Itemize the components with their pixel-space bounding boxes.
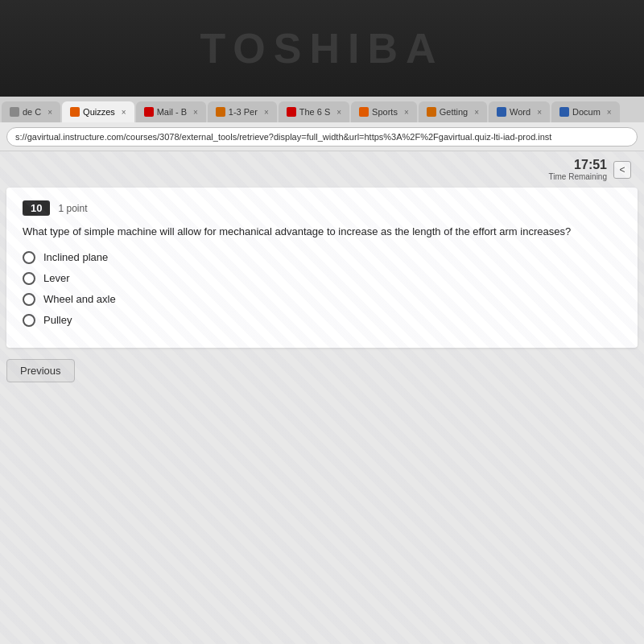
tab-quizzes[interactable]: Quizzes × xyxy=(62,101,134,122)
answer-option-d[interactable]: Pulley xyxy=(23,314,621,327)
tab-favicon-quizzes xyxy=(70,107,80,117)
tab-label-1-3per: 1-3 Per xyxy=(229,107,258,117)
question-header: 10 1 point xyxy=(23,200,621,216)
radio-c[interactable] xyxy=(23,293,35,306)
tab-1-3per[interactable]: 1-3 Per × xyxy=(208,101,277,122)
question-number: 10 xyxy=(23,200,50,216)
tab-mail[interactable]: Mail - B × xyxy=(136,101,206,122)
answer-text-b: Lever xyxy=(43,272,70,284)
timer-label: Time Remaining xyxy=(549,172,607,181)
address-input[interactable]: s://gavirtual.instructure.com/courses/30… xyxy=(6,127,638,147)
tab-close-1-3per[interactable]: × xyxy=(264,108,269,117)
laptop-top-bezel: TOSHIBA xyxy=(0,0,644,97)
tab-close-quizzes[interactable]: × xyxy=(122,108,126,117)
question-points: 1 point xyxy=(58,203,87,214)
tab-getting[interactable]: Getting × xyxy=(419,101,487,122)
radio-a[interactable] xyxy=(23,251,35,264)
tab-code[interactable]: de C × xyxy=(2,101,60,122)
answer-option-b[interactable]: Lever xyxy=(23,272,621,285)
tab-close-sports[interactable]: × xyxy=(404,108,409,117)
tab-label-sports: Sports xyxy=(372,107,398,117)
answer-option-a[interactable]: Inclined plane xyxy=(23,251,621,264)
tab-favicon-getting xyxy=(427,107,436,117)
answer-option-c[interactable]: Wheel and axle xyxy=(23,293,621,306)
tab-label-word: Word xyxy=(510,107,530,117)
tab-favicon-sports xyxy=(359,107,369,117)
tab-close-docum[interactable]: × xyxy=(607,108,612,117)
tab-favicon-word xyxy=(497,107,506,117)
timer-container: 17:51 Time Remaining < xyxy=(549,158,631,181)
tab-close-getting[interactable]: × xyxy=(474,108,479,117)
tab-close-the6s[interactable]: × xyxy=(336,108,341,117)
timer-collapse-button[interactable]: < xyxy=(613,161,631,179)
tab-close-word[interactable]: × xyxy=(537,108,542,117)
radio-b[interactable] xyxy=(23,272,35,285)
tab-docum[interactable]: Docum × xyxy=(551,101,620,122)
address-bar: s://gavirtual.instructure.com/courses/30… xyxy=(0,122,644,151)
answer-text-d: Pulley xyxy=(43,314,72,326)
laptop-brand: TOSHIBA xyxy=(200,24,444,72)
timer-bar: 17:51 Time Remaining < xyxy=(0,151,644,188)
tab-close-mail[interactable]: × xyxy=(193,108,198,117)
tab-sports[interactable]: Sports × xyxy=(351,101,417,122)
tab-label-getting: Getting xyxy=(440,107,468,117)
tab-the6s[interactable]: The 6 S × xyxy=(279,101,349,122)
quiz-card: 10 1 point What type of simple machine w… xyxy=(6,188,638,348)
question-text: What type of simple machine will allow f… xyxy=(23,224,621,240)
tab-close-code[interactable]: × xyxy=(47,108,52,117)
answer-text-a: Inclined plane xyxy=(43,251,108,263)
timer-time: 17:51 xyxy=(549,158,607,172)
tab-favicon-code xyxy=(10,107,19,117)
tab-label-the6s: The 6 S xyxy=(299,107,331,117)
tab-label-quizzes: Quizzes xyxy=(83,107,115,117)
timer-display: 17:51 Time Remaining xyxy=(549,158,607,181)
answer-text-c: Wheel and axle xyxy=(43,293,116,305)
previous-button[interactable]: Previous xyxy=(6,359,75,382)
tab-favicon-1-3per xyxy=(216,107,225,117)
tab-label-docum: Docum xyxy=(572,107,601,117)
tab-favicon-mail xyxy=(144,107,154,117)
tab-label-mail: Mail - B xyxy=(157,107,187,117)
tab-favicon-docum xyxy=(559,107,569,117)
browser-window: de C × Quizzes × Mail - B × 1-3 Per × Th… xyxy=(0,97,644,644)
tab-label-code: de C xyxy=(23,107,41,117)
tab-favicon-the6s xyxy=(287,107,296,117)
nav-buttons: Previous xyxy=(6,359,638,382)
tab-bar: de C × Quizzes × Mail - B × 1-3 Per × Th… xyxy=(0,97,644,122)
tab-word[interactable]: Word × xyxy=(489,101,550,122)
page-content: 17:51 Time Remaining < 10 1 point What t… xyxy=(0,151,644,644)
radio-d[interactable] xyxy=(23,314,35,327)
address-text: s://gavirtual.instructure.com/courses/30… xyxy=(15,132,551,142)
